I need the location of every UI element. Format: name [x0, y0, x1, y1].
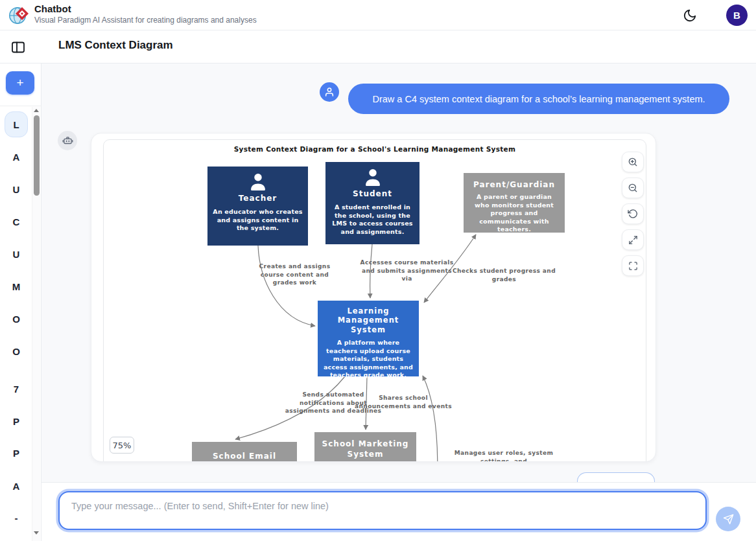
zoom-in-icon: [628, 157, 638, 167]
edge-label-lms-marketing: Shares school announcements and events: [351, 394, 456, 410]
sidebar-item-6[interactable]: O: [0, 314, 32, 325]
sidebar-item-4[interactable]: U: [0, 249, 32, 260]
sidebar-item-10[interactable]: P: [0, 448, 32, 459]
chat-area: Draw a C4 system context diagram for a s…: [41, 63, 756, 482]
diagram-node-lms: Learning Management System A platform wh…: [318, 301, 419, 376]
node-label: Student: [331, 189, 414, 198]
sidebar: + L A U C U M O O 7 P P A -: [0, 63, 41, 541]
conversation-titlebar: LMS Context Diagram: [0, 30, 756, 63]
scroll-down-arrow[interactable]: [34, 531, 39, 535]
sidebar-item-3[interactable]: C: [0, 216, 32, 227]
user-message-bubble: Draw a C4 system context diagram for a s…: [348, 84, 729, 114]
fullscreen-brackets-icon: [628, 261, 638, 271]
expand-arrows-icon: [628, 235, 638, 245]
diagram-node-teacher: Teacher An educator who creates and assi…: [207, 167, 308, 246]
diagram-node-marketing-system: School Marketing System: [314, 432, 416, 462]
node-desc: An educator who creates and assigns cont…: [213, 208, 303, 233]
sidebar-scrollbar[interactable]: [32, 107, 40, 541]
message-input[interactable]: [60, 492, 705, 529]
visual-paradigm-logo: [9, 5, 29, 25]
edge-label-admin-lms: Manages user roles, system settings, and: [445, 449, 562, 462]
node-desc: A student enrolled in the school, using …: [331, 203, 414, 236]
edge-label-teacher-lms: Creates and assigns course content and g…: [248, 262, 342, 287]
sidebar-item-2[interactable]: U: [0, 184, 32, 195]
user-avatar-badge[interactable]: B: [726, 5, 748, 26]
send-button[interactable]: [716, 507, 740, 531]
node-label: School Marketing System: [320, 439, 411, 459]
diagram-node-parent-guardian: Parent/Guardian A parent or guardian who…: [464, 173, 565, 233]
moon-icon: [683, 8, 697, 23]
zoom-out-button[interactable]: [622, 178, 644, 198]
send-icon: [723, 514, 734, 525]
sidebar-toggle-button[interactable]: [10, 39, 27, 56]
panel-left-icon: [10, 40, 26, 55]
person-icon: [324, 87, 335, 97]
diagram-card: System Context Diagram for a School's Le…: [91, 133, 656, 462]
person-glyph-icon: [247, 172, 269, 192]
node-label: Parent/Guardian: [469, 180, 560, 189]
fullscreen-button[interactable]: [622, 255, 644, 276]
app-title: Chatbot: [34, 3, 257, 14]
node-label: Learning Management System: [323, 306, 414, 334]
sidebar-item-11[interactable]: A: [0, 481, 32, 492]
sidebar-scrollbar-thumb[interactable]: [34, 115, 40, 196]
composer-bar: [41, 482, 756, 541]
reset-view-button[interactable]: [622, 203, 644, 224]
edge-label-student-lms: Accesses course materials and submits as…: [357, 259, 457, 283]
conversation-title: LMS Context Diagram: [58, 39, 173, 52]
node-label: School Email System: [197, 452, 292, 462]
sidebar-item-0[interactable]: L: [0, 119, 32, 130]
reset-rotate-icon: [628, 209, 638, 219]
zoom-level-badge: 75%: [110, 437, 134, 454]
diagram-node-email-system: School Email System: [192, 442, 297, 462]
new-chat-button[interactable]: +: [6, 71, 34, 95]
partial-action-button[interactable]: [577, 472, 655, 483]
scroll-up-arrow[interactable]: [34, 109, 39, 112]
bot-message-avatar: [58, 131, 77, 150]
zoom-out-icon: [628, 183, 638, 193]
sidebar-item-8[interactable]: 7: [0, 384, 32, 395]
diagram-canvas[interactable]: System Context Diagram for a School's Le…: [103, 139, 646, 462]
dark-mode-toggle[interactable]: [683, 7, 700, 24]
zoom-in-button[interactable]: [622, 152, 644, 172]
edge-label-parent-lms: Checks student progress and grades: [451, 267, 558, 283]
person-glyph-icon: [362, 167, 384, 188]
sidebar-item-1[interactable]: A: [0, 152, 32, 163]
node-label: Teacher: [213, 194, 303, 203]
app-subtitle: Visual Paradigm AI Assistant for creatin…: [34, 16, 257, 25]
sidebar-item-5[interactable]: M: [0, 281, 32, 292]
sidebar-item-12[interactable]: -: [0, 512, 32, 524]
sidebar-item-7[interactable]: O: [0, 346, 32, 357]
node-desc: A platform where teachers upload course …: [323, 339, 414, 380]
diagram-node-student: Student A student enrolled in the school…: [325, 162, 419, 244]
node-desc: A parent or guardian who monitors studen…: [469, 193, 560, 234]
fit-expand-button[interactable]: [622, 229, 644, 250]
robot-icon: [62, 135, 74, 147]
sidebar-item-9[interactable]: P: [0, 416, 32, 427]
sidebar-divider: [0, 106, 41, 106]
message-input-container: [58, 491, 707, 530]
app-header: Chatbot Visual Paradigm AI Assistant for…: [0, 0, 756, 30]
user-message-avatar: [320, 82, 339, 102]
